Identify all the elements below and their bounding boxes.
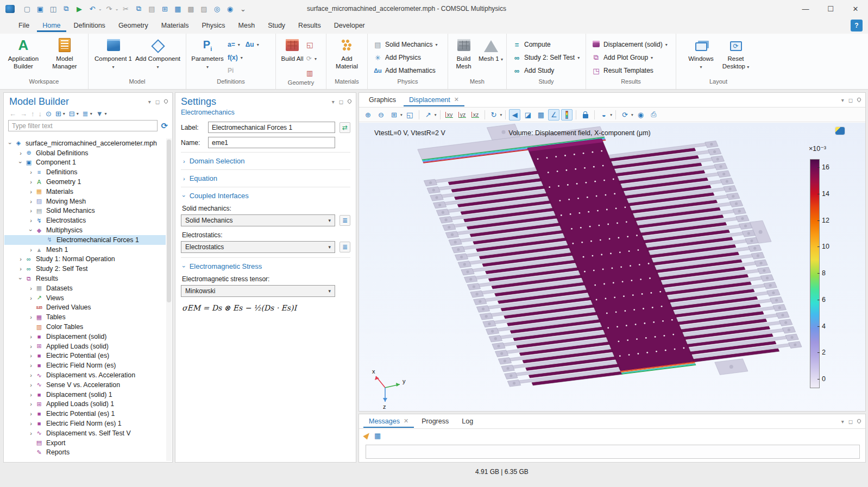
tree-item[interactable]: ›∿Displacement vs. Acceleration [4,370,166,380]
add-physics-button[interactable]: ✳Add Physics [373,51,421,64]
windows-button[interactable]: Windows▾ [684,37,718,71]
filter-input[interactable] [8,120,158,131]
go-to-source-icon[interactable]: ≣ [339,215,350,226]
zoom-out-icon[interactable]: ⊖ [375,109,387,121]
expand-icon[interactable]: › [27,391,35,398]
expand-icon[interactable]: › [27,401,35,407]
build-mesh-button[interactable]: Build Mesh [451,37,477,71]
color-legend-icon[interactable] [561,109,573,121]
parameters-button[interactable]: Pi Parameters▾ [188,37,227,71]
view-xy-icon[interactable]: xy [444,109,455,121]
tree-item[interactable]: ›▦Materials [4,187,166,197]
rename-button[interactable]: ⇄ [339,122,350,133]
show-icon[interactable]: ⊙ [46,110,52,118]
solid-mechanics-select[interactable]: Solid Mechanics▾ [181,214,335,226]
expand-icon[interactable]: › [27,295,35,301]
tree-item[interactable]: ›■Displacement (solid) [4,332,166,341]
model-manager-button[interactable]: Model Manager [45,37,85,71]
update-geometry-button[interactable]: ⟳▾ [306,52,323,65]
panel-menu-icon[interactable]: ▾ [841,97,844,103]
section-domain-selection[interactable]: ›Domain Selection [181,152,350,166]
open-table-icon[interactable]: ▦ [374,432,381,440]
model-builder-scrollbar[interactable] [166,138,172,461]
tree-item[interactable]: ›⊞Applied Loads (solid) 1 [4,400,166,409]
expand-icon[interactable]: › [17,256,24,262]
run-icon[interactable]: ▶ [73,3,85,15]
float-panel-icon[interactable]: ◻ [155,99,160,105]
more-icon[interactable]: ⌄ [237,3,249,15]
expand-icon[interactable]: › [27,430,35,437]
tree-item[interactable]: ›⧉Results [4,274,166,283]
expand-all-icon[interactable]: ⊞ [55,110,61,118]
pin-icon[interactable] [347,99,353,104]
tree-item[interactable]: ›▣Component 1 [4,158,166,168]
float-panel-icon[interactable]: ◻ [339,99,343,105]
search-results-icon[interactable]: ◉ [224,3,236,15]
section-coupled-interfaces[interactable]: ›Coupled Interfaces Solid mechanics: Sol… [181,187,350,254]
print-icon[interactable]: ⎙ [648,109,659,121]
expand-icon[interactable]: › [27,169,35,175]
add-study-button[interactable]: ∞Add Study [512,64,554,77]
duplicate-icon[interactable]: ⊞ [159,3,171,15]
tree-item[interactable]: ›▲Mesh 1 [4,245,166,255]
update-icon[interactable]: ⟳ [619,109,631,121]
paste-icon[interactable]: ▤ [146,3,158,15]
tree-item[interactable]: ›◆Multiphysics [4,225,166,235]
plot-thumbnail-icon[interactable] [835,127,845,135]
tab-log[interactable]: Log [456,415,479,427]
update-dropdown-icon[interactable]: ▾ [631,112,633,117]
snapshot-icon[interactable]: ◉ [635,109,646,121]
transparency-icon[interactable]: ◪ [522,109,533,121]
open-icon[interactable]: ▣ [34,3,46,15]
expand-icon[interactable]: › [27,333,35,340]
show-axes-icon[interactable]: ∠ [548,109,559,121]
zoom-box-icon[interactable]: ⊞ [388,109,400,121]
parameter-case-button[interactable]: Pi [228,64,273,77]
expand-icon[interactable]: › [27,410,35,417]
forward-icon[interactable]: → [20,110,27,118]
help-button[interactable]: ? [851,20,863,31]
tree-item[interactable]: ›⊕Global Definitions [4,148,166,158]
build-all-button[interactable]: Build All [279,37,305,62]
new-icon[interactable]: ▢ [21,3,33,15]
displacement-plot-button[interactable]: Displacement (solid)▾ [592,38,668,51]
menu-home[interactable]: Home [37,19,66,32]
expand-icon[interactable]: › [17,265,24,272]
tab-displacement[interactable]: Displacement✕ [404,94,464,106]
expand-icon[interactable]: › [27,314,35,320]
add-component-button[interactable]: Add Component ▾ [135,37,181,71]
expand-icon[interactable]: › [27,372,35,378]
tab-progress[interactable]: Progress [416,415,454,427]
electrostatics-select[interactable]: Electrostatics▾ [181,241,335,253]
tree-item[interactable]: ›∿Displacement vs. Self Test V [4,428,166,438]
mesh1-button[interactable]: Mesh 1 ▾ [478,37,504,62]
tree-item[interactable]: ▤Export [4,438,166,448]
undo-dropdown-icon[interactable]: ⌄ [98,7,102,11]
cut-icon[interactable]: ✂ [119,3,131,15]
move-up-icon[interactable]: ↑ [31,110,35,118]
tree-item[interactable]: ›■Electric Field Norm (es) [4,360,166,370]
close-tab-icon[interactable]: ✕ [454,96,459,103]
collapse-icon[interactable]: › [17,275,24,282]
collapse-icon[interactable]: › [7,140,14,147]
expand-icon[interactable]: › [17,150,24,156]
appearance-dropdown-icon[interactable]: ▾ [610,112,612,117]
section-electromagnetic-stress[interactable]: ›Electromagnetic Stress Electromagnetic … [181,257,350,313]
expand-icon[interactable]: › [27,217,35,224]
move-down-icon[interactable]: ↓ [39,110,42,118]
tree-item[interactable]: ›∿Sense V vs. Acceleration [4,380,166,390]
label-input[interactable] [208,122,335,133]
panel-menu-icon[interactable]: ▾ [148,99,151,105]
tensor-select[interactable]: Minkowski▾ [181,285,335,297]
zoom-in-icon[interactable]: ⊕ [362,109,374,121]
deselect-icon[interactable]: ▨ [198,3,210,15]
nonlocal-couplings-button[interactable]: Δu▾ [246,38,259,51]
expand-icon[interactable]: › [27,207,35,214]
tree-item[interactable]: ›AGeometry 1 [4,177,166,187]
virtual-operations-button[interactable]: ▥ [306,66,323,79]
go-to-source-icon[interactable]: ≣ [339,242,350,252]
save-icon[interactable]: ◫ [47,3,59,15]
pin-icon[interactable] [857,418,862,423]
save-preview-icon[interactable]: ⧉ [60,3,72,15]
copy-icon[interactable]: ⧉ [133,3,144,15]
